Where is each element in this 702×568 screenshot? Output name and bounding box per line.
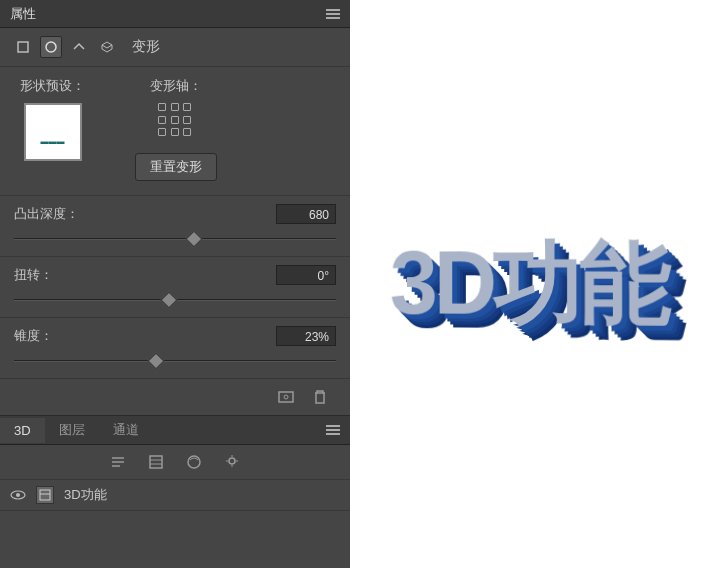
panel-tabs: 3D 图层 通道	[0, 416, 350, 445]
render-icon[interactable]	[278, 389, 294, 405]
twist-value[interactable]: 0°	[276, 265, 336, 285]
depth-label: 凸出深度：	[14, 205, 79, 223]
svg-point-3	[284, 395, 288, 399]
twist-slider[interactable]	[14, 291, 336, 309]
filter-mesh-icon[interactable]	[147, 453, 165, 471]
layer-type-icon	[36, 486, 54, 504]
trash-icon[interactable]	[312, 389, 328, 405]
layer-name: 3D功能	[64, 486, 107, 504]
svg-rect-4	[150, 456, 162, 468]
tool-row: 变形	[0, 28, 350, 67]
depth-group: 凸出深度： 680	[0, 196, 350, 257]
depth-value[interactable]: 680	[276, 204, 336, 224]
action-row	[0, 379, 350, 416]
tab-3d[interactable]: 3D	[0, 418, 45, 443]
shape-preset-thumb[interactable]: ▬▬▬	[24, 103, 82, 161]
twist-group: 扭转： 0°	[0, 257, 350, 318]
reset-deform-button[interactable]: 重置变形	[135, 153, 217, 181]
svg-point-14	[16, 493, 20, 497]
tabs-menu-icon[interactable]	[326, 423, 340, 437]
svg-point-8	[229, 458, 235, 464]
deform-axis-grid[interactable]	[158, 103, 194, 139]
taper-label: 锥度：	[14, 327, 53, 345]
tab-layers[interactable]: 图层	[45, 416, 99, 444]
filter-light-icon[interactable]	[223, 453, 241, 471]
filter-scene-icon[interactable]	[109, 453, 127, 471]
taper-value[interactable]: 23%	[276, 326, 336, 346]
filter-material-icon[interactable]	[185, 453, 203, 471]
preset-section: 形状预设： ▬▬▬ 变形轴： 重置变形	[0, 67, 350, 196]
tool-cap-icon[interactable]	[68, 36, 90, 58]
svg-rect-0	[18, 42, 28, 52]
deform-label: 变形	[132, 38, 160, 56]
panel-header: 属性	[0, 0, 350, 28]
preview-3d-text: 3D功能	[390, 221, 668, 346]
panel-title: 属性	[10, 5, 36, 23]
svg-rect-15	[40, 490, 50, 500]
taper-slider[interactable]	[14, 352, 336, 370]
tool-deform-icon[interactable]	[40, 36, 62, 58]
svg-rect-2	[279, 392, 293, 402]
layer-filter-row	[0, 445, 350, 480]
visibility-eye-icon[interactable]	[10, 487, 26, 503]
canvas-preview: 3D功能	[350, 0, 702, 568]
deform-axis-label: 变形轴：	[150, 77, 202, 95]
tab-channels[interactable]: 通道	[99, 416, 153, 444]
properties-panel: 属性 变形 形状预设： ▬▬▬ 变形轴：	[0, 0, 350, 568]
shape-preset-label: 形状预设：	[20, 77, 85, 95]
depth-slider[interactable]	[14, 230, 336, 248]
tool-scene-icon[interactable]	[96, 36, 118, 58]
twist-label: 扭转：	[14, 266, 53, 284]
panel-menu-icon[interactable]	[326, 7, 340, 21]
svg-point-1	[46, 42, 56, 52]
taper-group: 锥度： 23%	[0, 318, 350, 379]
tool-mesh-icon[interactable]	[12, 36, 34, 58]
layer-row[interactable]: 3D功能	[0, 480, 350, 511]
